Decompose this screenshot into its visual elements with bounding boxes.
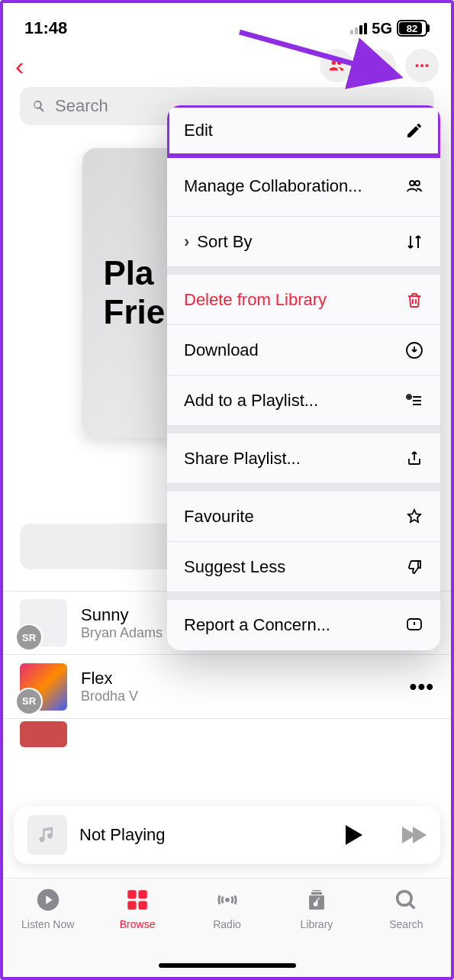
battery-icon: 82: [397, 20, 430, 37]
back-button[interactable]: ‹: [15, 51, 24, 81]
list-item[interactable]: SR Flex Brodha V •••: [3, 655, 451, 719]
svg-rect-8: [127, 890, 136, 898]
menu-sort-by[interactable]: ›Sort By: [167, 217, 440, 267]
menu-download[interactable]: Download: [167, 325, 440, 376]
svg-rect-11: [139, 901, 147, 909]
music-note-icon: [37, 824, 58, 846]
status-time: 11:48: [24, 18, 67, 38]
menu-favourite[interactable]: Favourite: [167, 492, 440, 542]
playlist-add-icon: [405, 392, 423, 410]
now-playing-bar[interactable]: Not Playing: [14, 806, 440, 864]
svg-point-0: [416, 64, 419, 67]
grid-icon: [124, 887, 150, 913]
people-icon: [405, 177, 423, 195]
star-icon: [405, 508, 423, 526]
home-indicator[interactable]: [159, 963, 296, 968]
sort-icon: [405, 233, 423, 251]
song-more-button[interactable]: •••: [410, 675, 434, 699]
menu-report[interactable]: Report a Concern...: [167, 600, 440, 650]
search-icon: [393, 887, 419, 913]
trash-icon: [405, 291, 423, 309]
list-item[interactable]: [3, 719, 451, 750]
song-artwork: SR: [20, 599, 67, 646]
radio-icon: [214, 887, 240, 913]
nav-bar: ‹: [3, 44, 451, 87]
svg-point-12: [225, 898, 230, 902]
ellipsis-icon: [414, 57, 430, 74]
context-menu: Edit Manage Collaboration... ›Sort By De…: [167, 105, 440, 650]
song-artwork: [20, 721, 67, 747]
pencil-icon: [405, 121, 423, 140]
svg-point-1: [420, 64, 423, 67]
svg-rect-10: [127, 901, 136, 909]
search-icon: [31, 98, 47, 114]
collaborators-button[interactable]: [320, 49, 353, 82]
person-plus-icon: [371, 57, 388, 74]
now-playing-play-button[interactable]: [346, 825, 362, 845]
search-placeholder: Search: [55, 96, 108, 116]
now-playing-label: Not Playing: [79, 825, 333, 845]
add-user-button[interactable]: [362, 49, 396, 82]
status-right: 5G 82: [350, 20, 430, 37]
now-playing-forward-button[interactable]: [402, 827, 427, 843]
people-icon: [328, 57, 345, 74]
menu-manage-collaboration[interactable]: Manage Collaboration...: [167, 156, 440, 217]
library-icon: [304, 887, 330, 913]
thumbs-down-icon: [405, 558, 423, 576]
network-label: 5G: [372, 20, 392, 37]
play-circle-icon: [35, 887, 61, 913]
tab-listen-now[interactable]: Listen Now: [3, 886, 92, 977]
song-artwork: SR: [20, 663, 67, 711]
menu-delete[interactable]: Delete from Library: [167, 275, 440, 325]
menu-edit[interactable]: Edit: [167, 105, 440, 156]
tab-bar: Listen Now Browse Radio Library Search: [3, 878, 451, 977]
svg-rect-9: [139, 890, 147, 898]
song-artist: Brodha V: [81, 688, 410, 704]
more-button[interactable]: [405, 49, 439, 82]
now-playing-art: [27, 815, 67, 855]
signal-icon: [350, 23, 367, 34]
menu-share[interactable]: Share Playlist...: [167, 434, 440, 484]
download-icon: [405, 341, 423, 359]
share-icon: [405, 450, 423, 468]
menu-suggest-less[interactable]: Suggest Less: [167, 542, 440, 592]
report-icon: [405, 616, 423, 634]
song-title: Flex: [81, 669, 410, 688]
tab-search[interactable]: Search: [362, 886, 451, 977]
status-bar: 11:48 5G 82: [3, 3, 451, 44]
svg-point-2: [425, 64, 428, 67]
menu-add-playlist[interactable]: Add to a Playlist...: [167, 376, 440, 426]
